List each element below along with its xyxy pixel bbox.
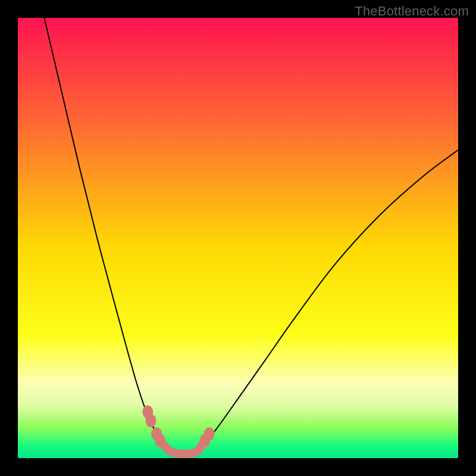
curve-left-branch — [44, 18, 172, 453]
watermark-text: TheBottleneck.com — [355, 4, 469, 19]
curve-right-branch — [194, 150, 458, 453]
marker-trough-connector — [164, 445, 202, 454]
marker-right-ascent-2 — [204, 427, 215, 440]
marker-group — [142, 405, 215, 447]
chart-overlay — [18, 18, 458, 458]
chart-frame: TheBottleneck.com — [0, 0, 476, 476]
marker-left-descent-4 — [155, 434, 165, 447]
marker-left-descent-2 — [146, 414, 156, 427]
